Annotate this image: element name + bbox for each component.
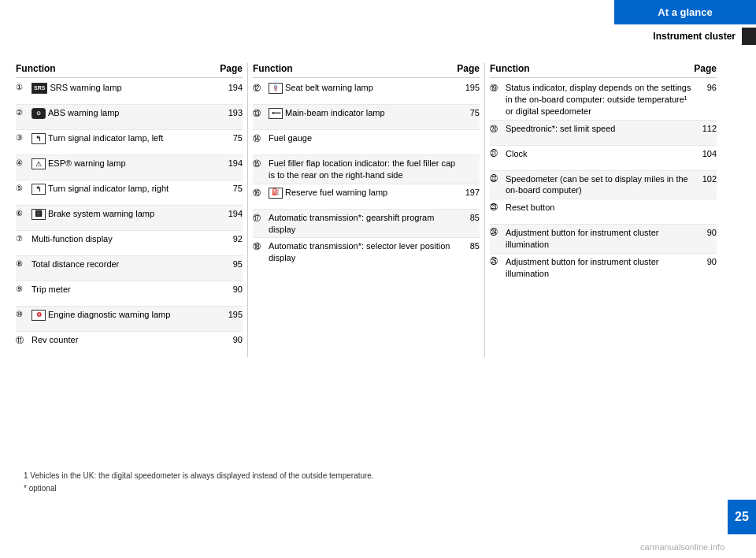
table-row: ⑫🪢Seat belt warning lamp195 — [253, 80, 480, 105]
row-page: 194 — [219, 208, 243, 218]
row-text: Fuel filler flap location indicator: the… — [269, 158, 456, 181]
row-number: ⑭ — [253, 132, 269, 144]
main-content: FunctionPage①SRSSRS warning lamp194②⊙ABS… — [16, 63, 717, 357]
row-number: ⑩ — [16, 309, 32, 318]
row-text: Adjustment button for instrument cluster… — [506, 256, 693, 280]
header-bar: At a glance Instrument cluster — [614, 0, 756, 45]
col-page-header: Page — [689, 63, 717, 74]
row-page: 85 — [456, 240, 480, 251]
row-page: 90 — [219, 284, 243, 294]
footnote-1: * optional — [24, 482, 374, 495]
row-number: ⑤ — [16, 183, 32, 192]
row-content: ⚠ESP® warning lamp — [32, 158, 219, 169]
row-content: Status indicator, display depends on the… — [506, 82, 693, 117]
row-number: ㉕ — [490, 256, 506, 266]
row-content: Speedometer (can be set to display miles… — [506, 173, 693, 197]
row-text: Engine diagnostic warning lamp — [48, 309, 170, 321]
table-col-1: FunctionPage⑫🪢Seat belt warning lamp195⑬… — [253, 63, 480, 357]
table-row: ⑧Total distance recorder95 — [16, 256, 243, 281]
row-number: ⑮ — [253, 158, 269, 169]
row-content: ↰Turn signal indicator lamp, left — [32, 132, 219, 144]
row-text: ABS warning lamp — [48, 107, 120, 119]
row-text: Reserve fuel warning lamp — [285, 187, 387, 199]
row-page: 92 — [219, 233, 243, 244]
table-row: ⑤↰Turn signal indicator lamp, right75 — [16, 180, 243, 206]
row-content: Automatic transmission*: selector lever … — [269, 240, 456, 264]
table-row: ⑪Rev counter90 — [16, 332, 243, 357]
table-row: ⑮Fuel filler flap location indicator: th… — [253, 155, 480, 184]
row-number: ⑪ — [16, 334, 32, 346]
row-number: ⑧ — [16, 259, 32, 268]
section-marker — [742, 28, 756, 45]
row-content: Automatic transmission*: gearshift progr… — [269, 212, 456, 236]
table-header-1: FunctionPage — [253, 63, 480, 78]
row-number: ㉓ — [490, 202, 506, 211]
row-page: 95 — [219, 259, 243, 269]
row-number: ⑯ — [253, 187, 269, 199]
table-row: ⑥🅱Brake system warning lamp194 — [16, 206, 243, 231]
table-col-2: FunctionPage⑲Status indicator, display d… — [490, 63, 717, 357]
row-text: Clock — [506, 148, 528, 160]
page-number: 25 — [728, 500, 756, 534]
table-row: ㉔Adjustment button for instrument cluste… — [490, 225, 717, 254]
row-page: 195 — [456, 82, 480, 92]
table-row: ④⚠ESP® warning lamp194 — [16, 155, 243, 180]
row-page: 75 — [219, 183, 243, 193]
row-content: Speedtronic*: set limit speed — [506, 123, 693, 135]
table-row: ㉒Speedometer (can be set to display mile… — [490, 171, 717, 200]
table-row: ②⊙ABS warning lamp193 — [16, 105, 243, 130]
row-content: Fuel gauge — [269, 132, 456, 144]
row-page: 90 — [693, 256, 717, 266]
table-row: ㉑Clock104 — [490, 146, 717, 171]
row-page — [456, 132, 480, 133]
row-content: Rev counter — [32, 334, 219, 346]
row-page: 193 — [219, 107, 243, 117]
row-number: ㉑ — [490, 148, 506, 158]
table-row: ⑨Trip meter90 — [16, 281, 243, 307]
row-number: ⑳ — [490, 123, 506, 135]
row-text: Brake system warning lamp — [48, 208, 154, 220]
row-number: ㉒ — [490, 173, 506, 183]
row-number: ㉔ — [490, 227, 506, 236]
row-content: SRSSRS warning lamp — [32, 82, 219, 94]
col-page-header: Page — [215, 63, 243, 74]
row-text: Speedtronic*: set limit speed — [506, 123, 615, 135]
row-text: Total distance recorder — [32, 259, 119, 270]
table-row: ⑯⛽Reserve fuel warning lamp197 — [253, 184, 480, 210]
col-function-header: Function — [253, 63, 452, 74]
table-row: ⑳Speedtronic*: set limit speed112 — [490, 121, 717, 146]
col-function-header: Function — [490, 63, 689, 74]
row-text: Fuel gauge — [269, 132, 312, 144]
row-number: ③ — [16, 132, 32, 142]
watermark: carmanualsonline.info — [640, 542, 724, 552]
table-header-0: FunctionPage — [16, 63, 243, 78]
row-content: ⚙Engine diagnostic warning lamp — [32, 309, 219, 321]
row-text: Turn signal indicator lamp, right — [48, 183, 169, 195]
row-page: 90 — [219, 334, 243, 344]
row-text: Speedometer (can be set to display miles… — [506, 173, 693, 197]
row-content: Reset button — [506, 202, 693, 214]
row-text: Automatic transmission*: selector lever … — [269, 240, 456, 264]
row-text: Automatic transmission*: gearshift progr… — [269, 212, 456, 236]
row-number: ② — [16, 107, 32, 117]
row-text: Seat belt warning lamp — [285, 82, 373, 94]
row-number: ① — [16, 82, 32, 91]
table-row: ⑱Automatic transmission*: selector lever… — [253, 238, 480, 266]
row-page: 194 — [219, 158, 243, 168]
table-row: ①SRSSRS warning lamp194 — [16, 80, 243, 105]
row-content: Clock — [506, 148, 693, 160]
row-page: 96 — [693, 82, 717, 92]
row-text: Adjustment button for instrument cluster… — [506, 227, 693, 251]
row-page: 195 — [219, 309, 243, 319]
row-text: Reset button — [506, 202, 554, 214]
row-page — [456, 158, 480, 158]
row-page: 75 — [456, 107, 480, 117]
at-a-glance-tab: At a glance — [614, 0, 756, 24]
row-number: ⑱ — [253, 240, 269, 252]
table-row: ㉓Reset button — [490, 199, 717, 225]
col-function-header: Function — [16, 63, 215, 74]
col-divider-1 — [247, 63, 248, 357]
row-content: ⊙ABS warning lamp — [32, 107, 219, 119]
table-row: ㉕Adjustment button for instrument cluste… — [490, 254, 717, 282]
row-content: Total distance recorder — [32, 259, 219, 270]
